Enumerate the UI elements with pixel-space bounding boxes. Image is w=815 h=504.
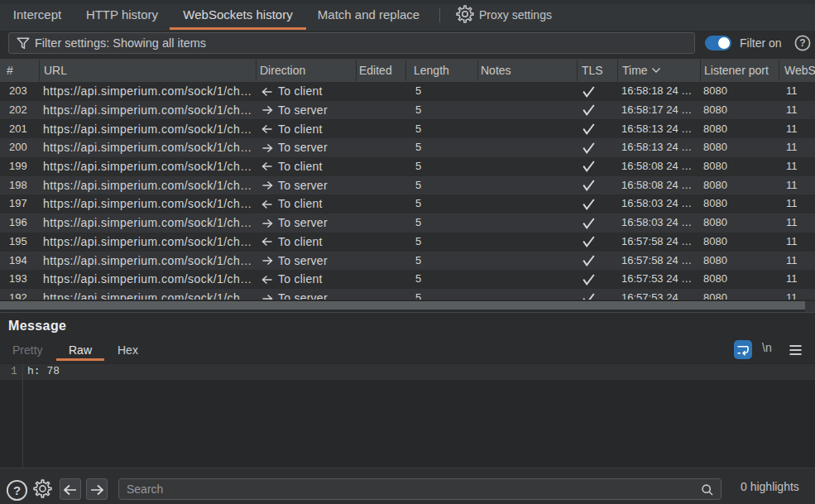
svg-text:?: ? (799, 37, 805, 49)
svg-text:?: ? (13, 483, 21, 497)
